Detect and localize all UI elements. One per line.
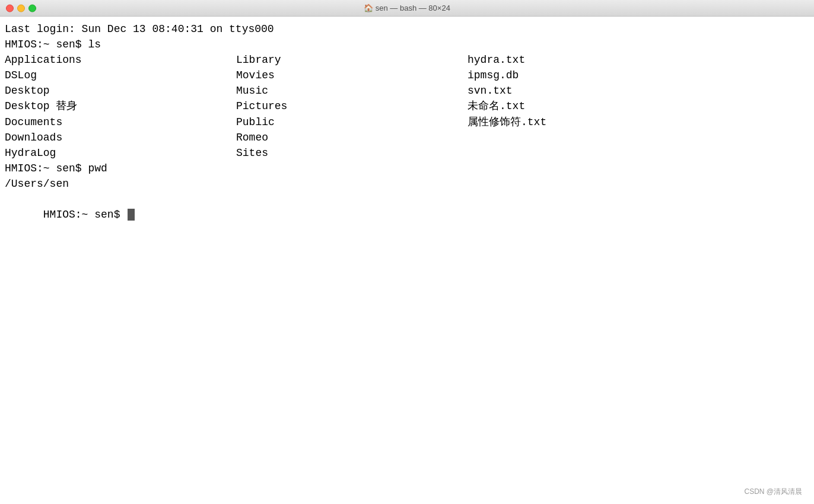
ls-output: Applications DSLog Desktop Desktop 替身 Do… <box>5 52 805 161</box>
list-item: Public <box>236 114 468 130</box>
list-item: Desktop 替身 <box>5 98 236 114</box>
close-button[interactable] <box>6 4 14 12</box>
terminal-body[interactable]: Last login: Sun Dec 13 08:40:31 on ttys0… <box>0 17 814 504</box>
ls-col-1: Applications DSLog Desktop Desktop 替身 Do… <box>5 52 236 161</box>
maximize-button[interactable] <box>28 4 36 12</box>
list-item: 未命名.txt <box>468 98 805 114</box>
list-item: HydraLog <box>5 145 236 161</box>
title-bar: 🏠 sen — bash — 80×24 <box>0 0 814 17</box>
window-title: 🏠 sen — bash — 80×24 <box>364 4 450 12</box>
ls-col-3: hydra.txt ipmsg.db svn.txt 未命名.txt 属性修饰符… <box>468 52 805 161</box>
current-prompt-line: HMIOS:~ sen$ <box>5 192 805 238</box>
list-item: Desktop <box>5 83 236 98</box>
traffic-lights <box>6 4 36 12</box>
list-item: ipmsg.db <box>468 68 805 83</box>
ls-col-2: Library Movies Music Pictures Public Rom… <box>236 52 468 161</box>
pwd-output-line: /Users/sen <box>5 176 805 192</box>
list-item: svn.txt <box>468 83 805 98</box>
list-item: DSLog <box>5 68 236 83</box>
list-item: Library <box>236 52 468 68</box>
list-item: Pictures <box>236 98 468 114</box>
cursor <box>128 209 135 221</box>
list-item: Sites <box>236 145 468 161</box>
minimize-button[interactable] <box>17 4 25 12</box>
list-item: hydra.txt <box>468 52 805 68</box>
list-item: Applications <box>5 52 236 68</box>
pwd-command-line: HMIOS:~ sen$ pwd <box>5 161 805 176</box>
last-login-line: Last login: Sun Dec 13 08:40:31 on ttys0… <box>5 21 805 37</box>
list-item: Romeo <box>236 130 468 145</box>
watermark: CSDN @清风清晨 <box>744 487 802 497</box>
list-item: Music <box>236 83 468 98</box>
list-item: Documents <box>5 114 236 130</box>
list-item: Movies <box>236 68 468 83</box>
list-item: Downloads <box>5 130 236 145</box>
ls-command-line: HMIOS:~ sen$ ls <box>5 37 805 52</box>
list-item: 属性修饰符.txt <box>468 114 805 130</box>
terminal-window: 🏠 sen — bash — 80×24 Last login: Sun Dec… <box>0 0 814 504</box>
